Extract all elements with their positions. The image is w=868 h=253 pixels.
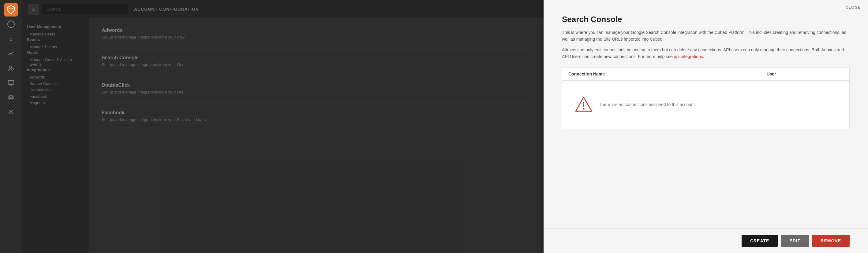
svg-point-10: [10, 111, 12, 113]
svg-point-1: [9, 66, 12, 68]
nav-team-icon[interactable]: [5, 92, 17, 104]
left-navigation: › ⌂: [0, 0, 22, 253]
nav-gear-icon[interactable]: [5, 106, 17, 118]
nav-home-icon[interactable]: ⌂: [5, 33, 17, 45]
panel-desc-2-end: .: [703, 54, 704, 59]
create-button[interactable]: CREATE: [742, 235, 778, 247]
empty-state-message: There are no connections assigned to thi…: [599, 102, 696, 107]
table-header-connection-name: Connection Name: [562, 68, 761, 80]
panel-description-2: Admins can only edit connections belongi…: [562, 46, 850, 60]
panel-title: Search Console: [562, 15, 850, 24]
remove-button[interactable]: REMOVE: [812, 235, 850, 247]
overlay-backdrop[interactable]: [22, 18, 544, 253]
panel: CLOSE Search Console This is where you c…: [544, 0, 868, 253]
main-area: ⌂ ACCOUNT CONFIGURATION User Management …: [22, 0, 544, 253]
svg-point-8: [8, 96, 10, 98]
content-wrapper: User Management Manage Users Events Mana…: [22, 18, 544, 253]
panel-description-1: This is where you can manage your Google…: [562, 29, 850, 43]
svg-point-9: [12, 96, 14, 98]
panel-body: Search Console This is where you can man…: [544, 0, 868, 228]
nav-chart-icon[interactable]: [5, 47, 17, 60]
svg-rect-4: [8, 80, 14, 84]
svg-point-7: [10, 95, 12, 98]
nav-collapse-button[interactable]: ›: [7, 21, 15, 28]
nav-monitor-icon[interactable]: [5, 77, 17, 89]
close-button[interactable]: CLOSE: [845, 5, 861, 9]
connections-table: Connection Name User: [562, 68, 850, 129]
table-empty-cell: There are no connections assigned to thi…: [562, 80, 850, 129]
app-logo[interactable]: [4, 3, 18, 17]
nav-users-add-icon[interactable]: [5, 62, 17, 74]
table-empty-row: There are no connections assigned to thi…: [562, 80, 850, 129]
table-header-user: User: [760, 68, 849, 80]
empty-state: There are no connections assigned to thi…: [568, 87, 843, 122]
api-integrations-link[interactable]: api integrations: [674, 54, 703, 59]
panel-footer: CREATE EDIT REMOVE: [544, 228, 868, 253]
edit-button[interactable]: EDIT: [781, 235, 809, 247]
warning-icon: [575, 96, 593, 113]
svg-point-13: [583, 108, 585, 109]
